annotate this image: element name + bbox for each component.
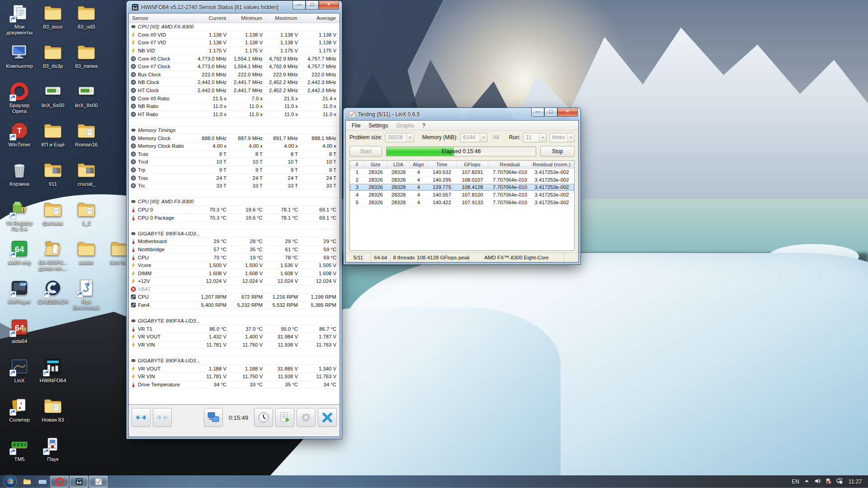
stop-button[interactable]: Stop — [540, 146, 575, 157]
hwinfo-column-header-minimum[interactable]: Minimum — [230, 14, 266, 23]
close-x-button[interactable] — [318, 408, 337, 427]
desktop-icon-folderopen[interactable]: GA-990FX... дрова rev.... — [37, 239, 69, 272]
sensor-row[interactable]: Bus Clock222.0 MHz222.0 MHz222.9 MHz222.… — [129, 71, 340, 79]
clock-button[interactable] — [254, 408, 273, 427]
sensor-row[interactable]: NB Ratio11.0 x11.0 x11.0 x11.0 x — [129, 103, 340, 111]
sensor-row[interactable]: Vcore1.500 V1.500 V1.536 V1.505 V — [129, 262, 340, 270]
desktop-icon-tm5[interactable]: TM5 — [4, 435, 35, 462]
desktop-icon-folder[interactable]: 83_ds3p — [37, 42, 69, 69]
sensor-row[interactable]: VR VOUT1.432 V1.400 V31.984 V1.787 V — [129, 333, 340, 341]
sensor-row[interactable]: HT Clock2,442.0 MHz2,441.7 MHz2,452.2 MH… — [129, 87, 340, 95]
hwinfo-taskbar-button[interactable] — [70, 476, 88, 488]
sensor-row[interactable]: VR VIN11.781 V11.750 V11.938 V11.763 V — [129, 341, 340, 349]
linx-result-row[interactable]: 328326283284139.775108.41287.707064e-010… — [350, 184, 574, 192]
sensor-row[interactable]: CPU 0 Package70.3 °C19.6 °C78.1 °C69.1 °… — [129, 214, 340, 222]
sensor-row[interactable]: VR VOUT1.188 V1.188 V31.885 V1.340 V — [129, 365, 340, 373]
desktop-icon-kmplayer[interactable]: KMPKMPlayer — [4, 278, 35, 305]
sensor-row[interactable]: Memory Clock Ratio4.00 x4.00 x4.00 x4.00… — [129, 142, 340, 150]
sensor-row[interactable]: GIGABYTE 990FXA-UD3... — [129, 357, 340, 365]
hwinfo-titlebar[interactable]: HWiNFO64 v5.12-2740 Sensor Status [81 va… — [128, 1, 340, 13]
sensor-row[interactable]: Memory Timings — [129, 127, 340, 135]
sensor-row[interactable]: VR T186.0 °C37.0 °C95.0 °C86.7 °C — [129, 325, 340, 333]
desktop-icon-benchdoc[interactable]: Run Benchmark — [71, 278, 102, 311]
sensor-row[interactable]: GIGABYTE 990FXA-UD3... — [129, 317, 340, 325]
hwinfo-close-button[interactable]: ✕ — [319, 1, 339, 9]
sensor-row[interactable]: CPU70 °C19 °C78 °C69 °C — [129, 253, 340, 262]
desktop-icon-computer[interactable]: Компьютер — [4, 42, 35, 69]
taskbar-clock[interactable]: 11:27 — [847, 479, 863, 485]
sensor-row[interactable]: Memory Clock888.0 MHz887.9 MHz891.7 MHz8… — [129, 134, 340, 142]
sensor-row[interactable]: Trcd10 T10 T10 T10 T — [129, 158, 340, 166]
linx-result-row[interactable]: 228326283284140.295108.01077.707064e-010… — [350, 176, 574, 184]
desktop-icon-ramfile[interactable]: linX_6x00 — [37, 81, 69, 108]
linx-column-header-4[interactable]: Time — [427, 161, 457, 168]
sensor-row[interactable]: Trp9 T9 T9 T9 T — [129, 166, 340, 174]
sensor-row[interactable]: CPU [#0]: AMD FX-8300 — [129, 23, 340, 31]
hwinfo-column-header-current[interactable]: Current — [194, 14, 230, 23]
desktop-icon-aida64green[interactable]: 64aid64 eng — [4, 239, 35, 266]
desktop-icon-folder[interactable]: 83_asus — [37, 3, 69, 30]
linx-close-button[interactable]: ✕ — [557, 108, 578, 117]
linx-result-row[interactable]: 428326283284140.557107.81007.707064e-010… — [350, 191, 574, 199]
sensor-row[interactable]: VBAT---- — [129, 286, 340, 294]
sensor-row[interactable]: Tcas8 T8 T8 T8 T — [129, 150, 340, 159]
report-button[interactable] — [275, 408, 294, 427]
desktop-icon-folder[interactable]: 83_ud3 — [71, 3, 102, 30]
hwinfo-minimize-button[interactable]: — — [292, 1, 306, 9]
sensor-row[interactable]: CPU1,207 RPM672 RPM1,216 RPM1,199 RPM — [129, 293, 340, 301]
linx-titlebar[interactable]: Testing (5/11) - LinX 0.6.5 — ▢ ✕ — [345, 108, 579, 120]
hidden-icons-arrow[interactable] — [803, 478, 810, 486]
explorer-icon[interactable] — [22, 477, 33, 487]
sensor-row[interactable]: NB Clock2,442.0 MHz2,441.7 MHz2,452.2 MH… — [129, 79, 340, 87]
sensor-row[interactable]: CPU [#0]: AMD FX-8300 — [129, 198, 340, 206]
monitors-button[interactable] — [204, 408, 223, 427]
linx-column-header-5[interactable]: GFlops — [457, 161, 488, 168]
sensor-row[interactable]: Core #0 VID1.138 V1.138 V1.138 V1.138 V — [129, 31, 340, 39]
sensor-row[interactable]: DIMM1.608 V1.608 V1.608 V1.608 V — [129, 269, 340, 277]
linx-column-header-2[interactable]: LDA — [387, 161, 410, 168]
sensor-row[interactable]: +12V12.024 V12.024 V12.024 V12.024 V — [129, 277, 340, 286]
desktop-icon-opera[interactable]: Браузер Opera — [4, 81, 35, 114]
hwinfo-maximize-button[interactable]: ▢ — [306, 1, 319, 9]
volume-icon[interactable] — [814, 478, 821, 486]
sensor-row[interactable]: CPU 070.3 °C19.6 °C78.1 °C69.1 °C — [129, 206, 340, 214]
desktop-icon-aida64red[interactable]: 64aida64 — [4, 317, 35, 344]
desktop-icon-documents[interactable]: Мои документы — [4, 3, 35, 36]
sensor-row[interactable]: Core #7 VID1.138 V1.138 V1.138 V1.138 V — [129, 39, 340, 47]
desktop-icon-folderdocs[interactable]: Новая 83 — [37, 396, 69, 423]
desktop-icon-folder[interactable]: avatar — [71, 239, 102, 266]
menu-file[interactable]: File — [348, 122, 364, 130]
expand-arrows-button[interactable] — [132, 408, 151, 427]
sensor-row[interactable]: Northbridge57 °C35 °C61 °C59 °C — [129, 246, 340, 254]
linx-column-header-3[interactable]: Align — [410, 161, 427, 168]
sensor-row[interactable]: Drive Temperature34 °C33 °C35 °C34 °C — [129, 381, 340, 389]
desktop-icon-spider[interactable]: Паук — [37, 435, 69, 462]
linx-result-row[interactable]: 528326283284140.422107.91337.707064e-010… — [350, 199, 574, 206]
sensor-row[interactable]: Fan45,400 RPM5,232 RPM5,532 RPM5,385 RPM — [129, 301, 340, 310]
linx-column-header-6[interactable]: Residual — [488, 161, 532, 168]
sensor-row[interactable]: Core #0 Ratio21.5 x7.0 x21.5 x21.4 x — [129, 94, 340, 103]
desktop-icon-ramfile[interactable]: linX_8x00 — [71, 81, 102, 108]
sensor-row[interactable]: Trc33 T33 T33 T33 T — [129, 182, 340, 190]
sensor-row[interactable]: Core #7 Clock4,773.0 MHz1,554.1 MHz4,792… — [129, 63, 340, 71]
hwinfo-column-header-sensor[interactable]: Sensor — [129, 14, 194, 23]
desktop-icon-folderdocs[interactable]: Roman16 — [71, 121, 102, 148]
hwinfo-column-header-average[interactable]: Average — [301, 14, 340, 23]
sensor-row[interactable]: HT Ratio11.0 x11.0 x11.0 x11.0 x — [129, 111, 340, 119]
sensor-row[interactable]: NB VID1.175 V1.175 V1.175 V1.175 V — [129, 47, 340, 55]
linx-column-header-1[interactable]: Size — [364, 161, 387, 168]
linx-taskbar-button[interactable] — [89, 476, 108, 488]
sensor-row[interactable]: Core #0 Clock4,773.0 MHz1,554.1 MHz4,792… — [129, 55, 340, 63]
sensor-row[interactable]: VR VIN11.781 V11.750 V11.938 V11.763 V — [129, 373, 340, 381]
hwinfo-column-header-maximum[interactable]: Maximum — [266, 14, 301, 23]
menu-help[interactable]: ? — [418, 122, 429, 130]
network-icon[interactable] — [836, 478, 843, 486]
language-indicator[interactable]: EN — [792, 479, 799, 485]
desktop-icon-folderdocs[interactable]: 1_2 — [71, 199, 102, 226]
linx-result-row[interactable]: 128326283284140.532107.82917.707064e-010… — [350, 169, 574, 176]
desktop-icon-recycle[interactable]: Корзина — [4, 160, 35, 187]
desktop-icon-solitaire[interactable]: Солитер — [4, 396, 35, 423]
desktop-icon-folder[interactable]: 83_папка — [71, 42, 102, 69]
desktop-icon-folderpics[interactable]: 911 — [37, 160, 69, 187]
sensor-row[interactable]: Tras24 T24 T24 T24 T — [129, 174, 340, 182]
